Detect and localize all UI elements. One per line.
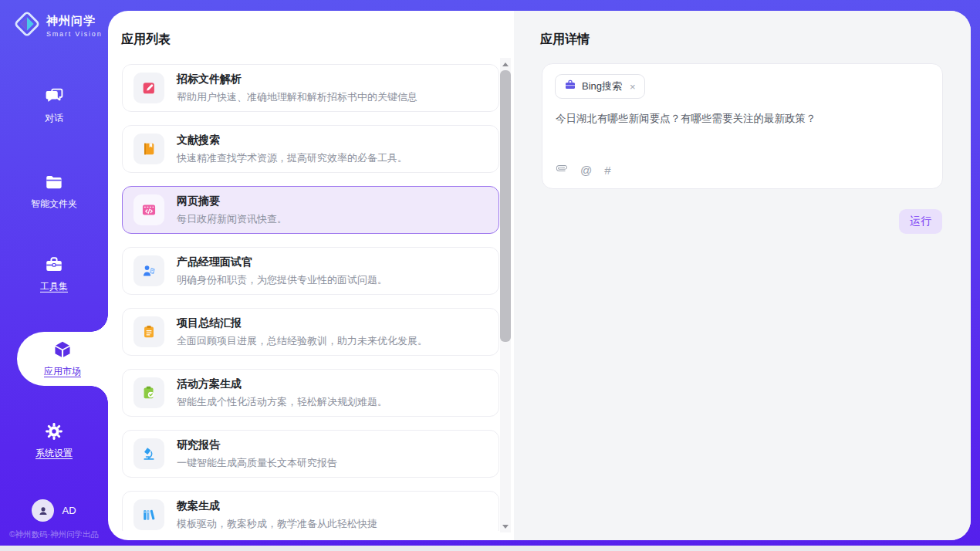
avatar[interactable] — [32, 499, 54, 522]
scrollbar-thumb[interactable] — [500, 70, 511, 342]
scroll-up-arrow[interactable] — [500, 59, 511, 69]
sidebar-item-label: 系统设置 — [35, 447, 73, 460]
scrollbar[interactable] — [500, 58, 511, 532]
app-list-panel: 应用列表 招标文件解析帮助用户快速、准确地理解和解析招标书中的关键信息文献搜索快… — [108, 11, 514, 540]
attach-toolbar: @# — [556, 162, 611, 177]
sidebar: 神州问学 Smart Vision 对话智能文件夹工具集应用市场系统设置 AD … — [0, 0, 108, 546]
app-desc: 每日政府新闻资讯快查。 — [177, 212, 287, 226]
sidebar-item-chat[interactable]: 对话 — [0, 86, 108, 125]
doc-edit-icon — [133, 73, 164, 103]
interviewer-icon — [133, 255, 164, 286]
book-icon — [133, 134, 164, 164]
app-card[interactable]: 教案生成模板驱动，教案秒成，教学准备从此轻松快捷 — [122, 491, 499, 531]
bottom-strip — [0, 546, 980, 551]
app-card[interactable]: 文献搜索快速精准查找学术资源，提高研究效率的必备工具。 — [122, 125, 499, 173]
app-desc: 模板驱动，教案秒成，教学准备从此轻松快捷 — [177, 517, 377, 531]
gear-icon — [44, 421, 64, 441]
app-name: 教案生成 — [177, 499, 377, 513]
user-row[interactable]: AD — [0, 499, 108, 522]
app-card[interactable]: 活动方案生成智能生成个性化活动方案，轻松解决规划难题。 — [122, 369, 499, 417]
app-name: 招标文件解析 — [177, 73, 417, 86]
clipboard-icon — [133, 316, 164, 347]
app-card[interactable]: 研究报告一键智能生成高质量长文本研究报告 — [122, 430, 499, 478]
sidebar-item-toolset[interactable]: 工具集 — [0, 255, 108, 293]
hash-icon[interactable]: # — [604, 164, 610, 177]
brand: 神州问学 Smart Vision — [13, 10, 102, 41]
books-icon — [133, 499, 164, 530]
app-desc: 智能生成个性化活动方案，轻松解决规划难题。 — [177, 395, 387, 409]
browser-code-icon — [133, 194, 164, 225]
toolbox-icon — [44, 255, 64, 275]
microscope-icon — [133, 438, 164, 469]
prompt-card[interactable]: Bing搜索 × 今日湖北有哪些新闻要点？有哪些需要关注的最新政策？ @# — [542, 63, 943, 189]
briefcase-icon — [564, 79, 576, 94]
sidebar-item-label: 应用市场 — [44, 365, 81, 378]
app-name: 文献搜索 — [177, 134, 407, 147]
sidebar-item-label: 智能文件夹 — [31, 198, 77, 211]
app-name: 网页摘要 — [177, 194, 287, 208]
cube-icon — [52, 340, 73, 362]
app-card[interactable]: 网页摘要每日政府新闻资讯快查。 — [122, 186, 499, 234]
run-button[interactable]: 运行 — [899, 209, 942, 234]
prompt-text[interactable]: 今日湖北有哪些新闻要点？有哪些需要关注的最新政策？ — [556, 112, 930, 126]
app-name: 产品经理面试官 — [177, 255, 387, 269]
sidebar-item-app-market[interactable]: 应用市场 — [17, 332, 108, 386]
chat-icon — [44, 86, 64, 106]
app-desc: 一键智能生成高质量长文本研究报告 — [177, 456, 337, 470]
app-name: 研究报告 — [177, 438, 337, 452]
app-name: 活动方案生成 — [177, 377, 387, 391]
app-list-title: 应用列表 — [121, 32, 171, 48]
brand-subtitle: Smart Vision — [46, 30, 102, 38]
folder-icon — [44, 172, 64, 192]
app-card[interactable]: 招标文件解析帮助用户快速、准确地理解和解析招标书中的关键信息 — [122, 64, 499, 112]
sidebar-item-smart-folders[interactable]: 智能文件夹 — [0, 172, 108, 211]
tool-tag-label: Bing搜索 — [582, 79, 622, 93]
app-name: 项目总结汇报 — [177, 316, 427, 330]
app-card[interactable]: 产品经理面试官明确身份和职责，为您提供专业性的面试问题。 — [122, 247, 499, 295]
app-desc: 帮助用户快速、准确地理解和解析招标书中的关键信息 — [177, 90, 417, 104]
app-detail-title: 应用详情 — [540, 32, 590, 48]
at-icon[interactable]: @ — [580, 164, 592, 177]
app-desc: 明确身份和职责，为您提供专业性的面试问题。 — [177, 273, 387, 287]
app-desc: 全面回顾项目进展，总结经验教训，助力未来优化发展。 — [177, 334, 427, 348]
clipboard-check-icon — [133, 377, 164, 408]
app-desc: 快速精准查找学术资源，提高研究效率的必备工具。 — [177, 151, 407, 165]
main-container: 应用列表 招标文件解析帮助用户快速、准确地理解和解析招标书中的关键信息文献搜索快… — [108, 11, 971, 540]
close-icon[interactable]: × — [630, 81, 636, 93]
brand-name: 神州问学 — [46, 14, 102, 29]
sidebar-item-label: 工具集 — [40, 280, 68, 293]
tool-tag[interactable]: Bing搜索 × — [555, 74, 645, 99]
copyright: ©神州数码·神州问学出品 — [0, 529, 108, 540]
paperclip-icon[interactable] — [556, 162, 568, 177]
brand-logo-icon — [13, 10, 41, 41]
app-detail-panel: 应用详情 Bing搜索 × 今日湖北有哪些新闻要点？有哪些需要关注的最新政策？ … — [514, 11, 971, 540]
scroll-down-arrow[interactable] — [500, 521, 511, 532]
sidebar-item-system-settings[interactable]: 系统设置 — [0, 421, 108, 460]
app-card[interactable]: 项目总结汇报全面回顾项目进展，总结经验教训，助力未来优化发展。 — [122, 308, 499, 356]
app-card-list: 招标文件解析帮助用户快速、准确地理解和解析招标书中的关键信息文献搜索快速精准查找… — [122, 64, 499, 531]
sidebar-item-label: 对话 — [45, 112, 63, 125]
user-initials: AD — [62, 505, 76, 516]
